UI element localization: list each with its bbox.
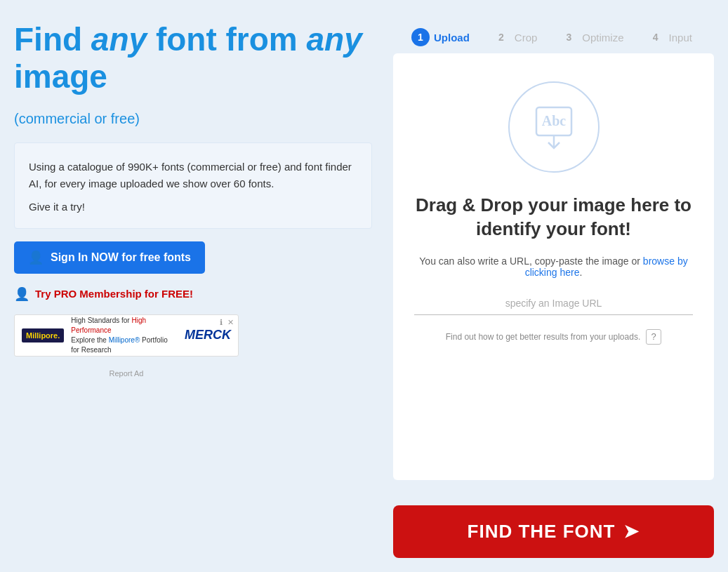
person-icon-red: 👤	[14, 286, 29, 302]
upload-area[interactable]: Abc Drag & Drop your image here to ident…	[393, 53, 714, 480]
step-1: 1 Upload	[400, 21, 481, 53]
help-icon[interactable]: ?	[646, 329, 661, 345]
subheadline: (commercial or free)	[14, 111, 372, 127]
ad-text-line2: Explore the Millipore® Portfolio for Res…	[71, 335, 178, 355]
drag-drop-text: Drag & Drop your image here to identify …	[414, 194, 693, 241]
steps-bar: 1 Upload 2 Crop 3 Optimize 4 Input	[393, 21, 714, 53]
step-3-label: Optimize	[582, 32, 623, 44]
ad-info-icon[interactable]: ℹ	[220, 318, 223, 327]
find-font-arrow: ➤	[623, 521, 640, 543]
report-ad[interactable]: Report Ad	[14, 369, 239, 378]
main-container: Find any font from any image (commercial…	[0, 0, 728, 572]
right-panel: 1 Upload 2 Crop 3 Optimize 4 Input	[393, 21, 714, 558]
ad-box: ℹ ✕ Millipore. High Standards for High P…	[14, 314, 239, 357]
description-text: Using a catalogue of 990K+ fonts (commer…	[29, 159, 357, 192]
upload-icon-circle: Abc	[508, 81, 600, 173]
ad-text-line1: High Standards for High Performance	[71, 316, 178, 335]
step-1-number: 1	[411, 28, 430, 46]
svg-text:Abc: Abc	[541, 113, 566, 128]
step-1-label: Upload	[434, 32, 470, 44]
pro-membership-link[interactable]: 👤 Try PRO Membership for FREE!	[14, 286, 372, 302]
step-3-number: 3	[560, 28, 578, 46]
give-try-text: Give it a try!	[29, 201, 357, 213]
ad-close-icon[interactable]: ✕	[227, 318, 234, 327]
better-results-row: Find out how to get better results from …	[446, 329, 661, 345]
signin-label: Sign In NOW for free fonts	[51, 251, 191, 264]
ad-text: High Standards for High Performance Expl…	[71, 316, 178, 355]
url-instruction: You can also write a URL, copy-paste the…	[414, 255, 693, 278]
signin-button[interactable]: 👤 Sign In NOW for free fonts	[14, 241, 205, 274]
upload-icon-svg: Abc	[526, 99, 582, 155]
step-2-number: 2	[492, 28, 510, 46]
better-results-text: Find out how to get better results from …	[446, 332, 640, 342]
step-2: 2 Crop	[481, 21, 549, 53]
left-panel: Find any font from any image (commercial…	[14, 21, 372, 558]
url-instruction-text: You can also write a URL, copy-paste the…	[419, 255, 640, 267]
step-2-label: Crop	[515, 32, 538, 44]
person-icon: 👤	[28, 250, 44, 265]
ad-logo: Millipore.	[22, 328, 64, 342]
pro-membership-label: Try PRO Membership for FREE!	[35, 288, 193, 300]
step-4-number: 4	[647, 28, 665, 46]
url-input[interactable]	[414, 292, 693, 315]
description-box: Using a catalogue of 990K+ fonts (commer…	[14, 142, 372, 229]
step-4: 4 Input	[635, 21, 703, 53]
ad-brand: MERCK	[185, 328, 231, 342]
step-4-label: Input	[669, 32, 692, 44]
step-3: 3 Optimize	[548, 21, 635, 53]
find-font-label: FIND THE FONT	[468, 521, 616, 543]
main-headline: Find any font from any image	[14, 21, 372, 95]
find-font-button[interactable]: FIND THE FONT ➤	[393, 505, 714, 558]
